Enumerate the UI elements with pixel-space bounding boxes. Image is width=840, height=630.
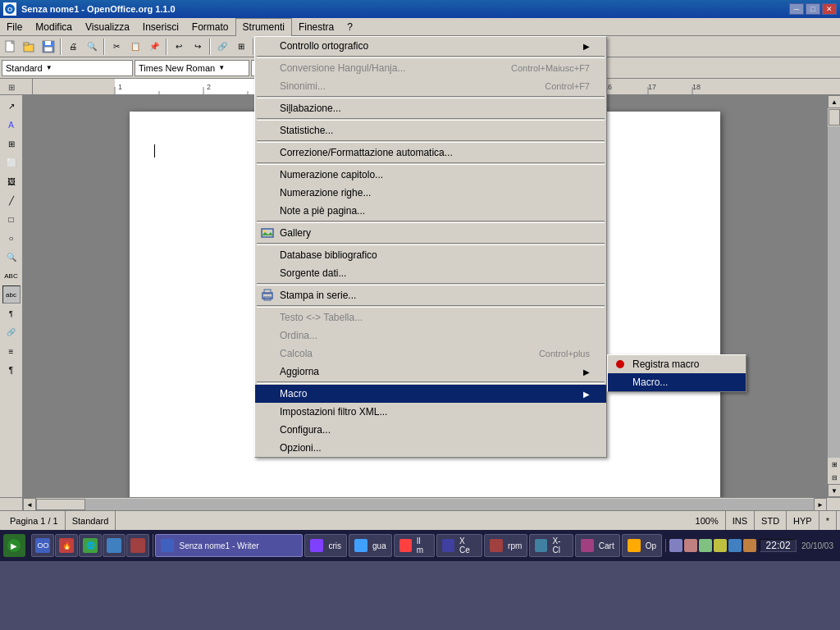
hscroll-thumb[interactable]	[36, 499, 85, 510]
hscroll-left-button[interactable]: ◄	[23, 498, 36, 511]
hyperlink-tool[interactable]: 🔗	[2, 323, 21, 341]
save-button[interactable]	[39, 39, 57, 55]
menu-controllo-ortografico[interactable]: Controllo ortografico ▶	[255, 37, 606, 55]
maximize-button[interactable]: □	[806, 3, 820, 15]
menu-aggiorna[interactable]: Aggiorna ▶	[255, 363, 606, 381]
font-dropdown[interactable]: Times New Roman ▼	[135, 60, 249, 76]
spellcheck-tool[interactable]: ABC	[2, 267, 21, 285]
draw-line-tool[interactable]: ╱	[2, 191, 21, 209]
graphics-tool[interactable]: 🖼	[2, 172, 21, 190]
quicklaunch-2[interactable]: 🔥	[55, 534, 78, 557]
scroll-down-button[interactable]: ▼	[828, 484, 840, 497]
menu-impostazioni-filtro[interactable]: Impostazioni filtro XML...	[255, 403, 606, 421]
styles-tool[interactable]: ¶	[2, 361, 21, 379]
tray-icon-6[interactable]	[743, 539, 756, 552]
select-tool[interactable]: ↗	[2, 97, 21, 115]
scroll-up-button[interactable]: ▲	[828, 95, 840, 108]
tray-icon-5[interactable]	[728, 539, 742, 552]
menu-numerazione-righe[interactable]: Numerazione righe...	[255, 184, 606, 202]
draw-rect-tool[interactable]: □	[2, 210, 21, 228]
menu-macro-dialog[interactable]: Macro...	[608, 373, 746, 391]
status-hyp[interactable]: HYP	[787, 511, 819, 530]
print-button[interactable]: 🖨	[64, 39, 82, 55]
table-button[interactable]: ⊞	[232, 39, 250, 55]
open-button[interactable]	[21, 39, 39, 55]
text-tool[interactable]: A	[2, 116, 21, 134]
aggiorna-arrow: ▶	[583, 368, 590, 377]
scroll-track[interactable]	[828, 126, 840, 458]
redo-button[interactable]: ↪	[189, 39, 207, 55]
style-dropdown[interactable]: Standard ▼	[2, 60, 133, 76]
taskbar-app-xcl[interactable]: X-Cl	[529, 534, 573, 557]
scroll-page-up[interactable]: ⊞	[828, 458, 840, 471]
menu-visualizza[interactable]: Visualizza	[79, 18, 136, 36]
undo-button[interactable]: ↩	[170, 39, 188, 55]
menu-registra-macro[interactable]: Registra macro	[608, 355, 746, 373]
tray-icon-1[interactable]	[669, 539, 682, 552]
menu-correzione[interactable]: Correzione/Formattazione automatica...	[255, 144, 606, 162]
menu-stampa-serie[interactable]: Stampa in serie...	[255, 286, 606, 304]
cut-button[interactable]: ✂	[107, 39, 126, 55]
taskbar-app-ilm[interactable]: Il m	[394, 534, 435, 557]
quicklaunch-4[interactable]	[103, 534, 126, 557]
paste-button[interactable]: 📌	[145, 39, 163, 55]
taskbar-app-gua[interactable]: gua	[349, 534, 392, 557]
navigator-tool[interactable]: ≡	[2, 342, 21, 360]
menu-sorgente-dati[interactable]: Sorgente dati...	[255, 264, 606, 282]
svg-rect-4	[24, 43, 29, 45]
menu-configura[interactable]: Configura...	[255, 421, 606, 439]
menu-inserisci[interactable]: Inserisci	[136, 18, 185, 36]
quicklaunch-1[interactable]: OO	[31, 534, 54, 557]
menu-sillabazione[interactable]: Sillabazione...	[255, 99, 606, 117]
menu-finestra[interactable]: Finestra	[292, 18, 340, 36]
menu-gallery[interactable]: Gallery	[255, 224, 606, 242]
taskbar-app-rpm[interactable]: rpm	[484, 534, 527, 557]
abc-tool[interactable]: abc	[2, 285, 21, 304]
menu-opzioni[interactable]: Opzioni...	[255, 439, 606, 457]
menu-numerazione-capitolo[interactable]: Numerazione capitolo...	[255, 166, 606, 184]
minimize-button[interactable]: ─	[789, 3, 804, 15]
quicklaunch-3[interactable]: 🌐	[79, 534, 102, 557]
taskbar-start-button[interactable]: ▶	[3, 534, 25, 557]
menu-statistiche[interactable]: Statistiche...	[255, 121, 606, 139]
vertical-scrollbar[interactable]: ▲ ⊞ ⊟ ▼	[827, 95, 840, 497]
menu-modifica[interactable]: Modifica	[29, 18, 79, 36]
horizontal-scrollbar[interactable]: ◄ ►	[23, 498, 827, 510]
tray-icon-2[interactable]	[684, 539, 697, 552]
taskbar-app-cart[interactable]: Cart	[575, 534, 620, 557]
scroll-page-down[interactable]: ⊟	[828, 471, 840, 484]
scroll-thumb[interactable]	[829, 109, 840, 126]
table-insert-tool[interactable]: ⊞	[2, 135, 21, 153]
print-preview-button[interactable]: 🔍	[83, 39, 101, 55]
tray-icon-3[interactable]	[699, 539, 712, 552]
copy-button[interactable]: 📋	[126, 39, 144, 55]
frame-tool[interactable]: ⬜	[2, 153, 21, 171]
menu-help[interactable]: ?	[340, 18, 359, 36]
menu-note-pie-pagina[interactable]: Note a piè pagina...	[255, 202, 606, 220]
hyperlink-button[interactable]: 🔗	[213, 39, 231, 55]
draw-circle-tool[interactable]: ○	[2, 229, 21, 247]
nonprint-tool[interactable]: ¶	[2, 304, 21, 322]
taskbar-app-op[interactable]: Op	[622, 534, 662, 557]
status-ins[interactable]: INS	[726, 511, 755, 530]
hscroll-track[interactable]	[36, 499, 814, 510]
zoom-tool[interactable]: 🔍	[2, 248, 21, 266]
quicklaunch-5[interactable]	[126, 534, 149, 557]
menu-macro[interactable]: Macro ▶	[255, 385, 606, 403]
menu-sep-6	[257, 221, 605, 223]
menu-database-bibliografico[interactable]: Database bibliografico	[255, 246, 606, 264]
new-button[interactable]	[2, 39, 20, 55]
menu-strumenti[interactable]: Strumenti	[235, 18, 292, 36]
bottom-right-corner	[827, 498, 840, 510]
menu-formato[interactable]: Formato	[185, 18, 235, 36]
hscroll-right-button[interactable]: ►	[814, 498, 827, 511]
taskbar-app-cris[interactable]: cris	[304, 534, 347, 557]
taskbar-current-app[interactable]: Senza nome1 - Writer	[155, 534, 303, 557]
menu-file[interactable]: File	[0, 18, 29, 36]
status-std[interactable]: STD	[755, 511, 787, 530]
close-button[interactable]: ✕	[822, 3, 837, 15]
macro-submenu-panel: Registra macro Macro...	[607, 354, 746, 392]
tray-icon-4[interactable]	[714, 539, 727, 552]
bottom-left-corner	[0, 498, 23, 510]
taskbar-app-xce[interactable]: X Ce	[436, 534, 482, 557]
